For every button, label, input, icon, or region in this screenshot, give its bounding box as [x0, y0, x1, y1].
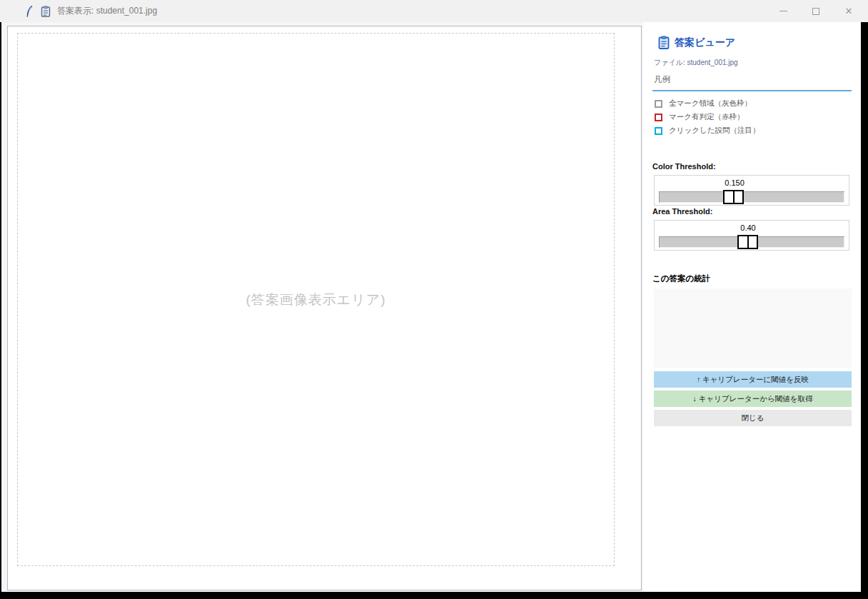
minimize-icon [779, 11, 787, 11]
legend-item-marked: マーク有判定（赤枠） [655, 111, 745, 123]
area-threshold-label: Area Threshold: [652, 207, 712, 216]
color-threshold-trough[interactable] [659, 191, 844, 203]
python-feather-icon [24, 5, 34, 18]
minimize-button[interactable] [767, 0, 799, 22]
legend-separator [652, 90, 852, 91]
color-threshold-slider[interactable]: 0.150 [654, 175, 849, 206]
titlebar: 答案表示: student_001.jpg ✕ [0, 0, 868, 22]
close-icon: ✕ [845, 6, 853, 16]
area-threshold-value: 0.40 [727, 223, 769, 232]
gray-frame-swatch-icon [655, 100, 662, 108]
legend-heading: 凡例 [654, 74, 670, 85]
color-threshold-label: Color Threshold: [652, 162, 716, 171]
red-frame-swatch-icon [655, 114, 662, 121]
color-threshold-value: 0.150 [713, 178, 756, 187]
file-name-label: ファイル: student_001.jpg [654, 58, 738, 68]
legend-item-clicked: クリックした設問（注目） [655, 125, 760, 136]
color-threshold-handle[interactable] [723, 190, 744, 204]
image-drop-region: (答案画像表示エリア) [17, 33, 615, 566]
get-threshold-from-calibrator-button[interactable]: ↓ キャリブレーターから閾値を取得 [654, 391, 852, 407]
legend-label: 全マーク領域（灰色枠） [669, 99, 752, 109]
area-threshold-slider[interactable]: 0.40 [654, 220, 849, 251]
legend-label: マーク有判定（赤枠） [669, 112, 745, 122]
cyan-frame-swatch-icon [655, 127, 662, 135]
apply-threshold-to-calibrator-button[interactable]: ↑ キャリブレーターに閾値を反映 [654, 371, 852, 388]
stats-heading: この答案の統計 [652, 273, 710, 284]
viewer-title: 答案ビューア [675, 36, 735, 49]
close-dialog-button[interactable]: 閉じる [654, 410, 852, 426]
window-content: (答案画像表示エリア) 答案ビューア ファイル: student_001.jpg… [1, 22, 861, 592]
window-controls: ✕ [767, 0, 865, 22]
viewer-clipboard-icon [658, 36, 670, 49]
area-threshold-handle[interactable] [737, 235, 758, 249]
sidebar: 答案ビューア ファイル: student_001.jpg 凡例 全マーク領域（灰… [643, 22, 861, 592]
window-title: 答案表示: student_001.jpg [57, 5, 157, 17]
maximize-icon [812, 8, 819, 15]
legend-label: クリックした設問（注目） [669, 126, 760, 136]
legend-item-all-marks: 全マーク領域（灰色枠） [655, 98, 752, 109]
clipboard-icon [41, 6, 51, 17]
answer-image-canvas[interactable]: (答案画像表示エリア) [7, 26, 642, 590]
stats-display-box [654, 288, 852, 368]
sidebar-header: 答案ビューア [658, 36, 735, 49]
maximize-button[interactable] [799, 0, 832, 22]
close-button[interactable]: ✕ [832, 0, 865, 22]
canvas-placeholder-text: (答案画像表示エリア) [246, 291, 386, 309]
